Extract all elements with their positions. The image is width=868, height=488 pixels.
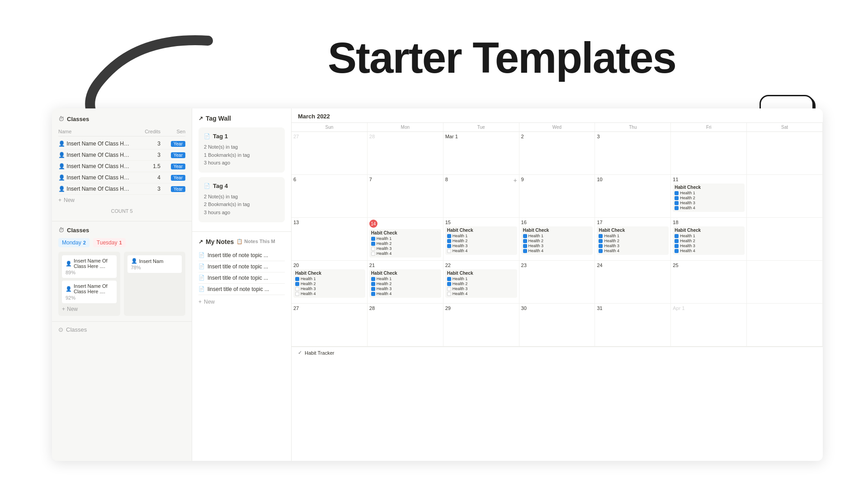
cal-cell[interactable]: 9 xyxy=(519,175,595,218)
cal-cell[interactable]: 11 Habit Check Health 1 Health 2 Health … xyxy=(671,175,747,218)
row3-sem: Year xyxy=(171,164,185,169)
check-icon xyxy=(295,282,299,286)
today-badge: 14 xyxy=(369,220,377,228)
habit-label: Health 3 xyxy=(377,286,392,291)
monday-new-button[interactable]: + New xyxy=(62,306,117,312)
note1-text: Insert title of note topic ... xyxy=(208,252,268,258)
day-num: 13 xyxy=(293,220,365,225)
cal-cell[interactable]: 17 Habit Check Health 1 Health 2 Health … xyxy=(595,218,671,261)
table-row: 👤Insert Name Of Class Here .... 4 Year xyxy=(58,172,185,183)
habit-label: Health 4 xyxy=(377,291,392,296)
notes-new-button[interactable]: + New xyxy=(198,299,285,305)
left-panel: ⏱ Classes Name Credits Sen 👤Insert Name … xyxy=(52,108,192,461)
habit-title: Habit Check xyxy=(447,228,515,233)
habit-label: Health 3 xyxy=(528,244,544,248)
row5-name: Insert Name Of Class Here .... xyxy=(66,186,131,192)
day-num: 16 xyxy=(521,220,593,225)
check-icon xyxy=(371,237,375,241)
cal-cell[interactable]: 10 xyxy=(595,175,671,218)
habit-label: Health 4 xyxy=(377,251,392,256)
habit-label: Health 3 xyxy=(680,201,695,205)
cal-cell[interactable]: 30 xyxy=(519,304,595,347)
check-icon xyxy=(675,206,679,210)
habit-block: Habit Check Health 1 Health 2 Health 3 H… xyxy=(293,269,365,298)
cal-cell[interactable]: 13 xyxy=(292,218,368,261)
cal-cell[interactable]: 3 xyxy=(595,132,671,175)
cal-cell[interactable]: 31 xyxy=(595,304,671,347)
habit-label: Health 2 xyxy=(528,239,544,243)
day-num: 15 xyxy=(445,220,517,225)
cal-cell[interactable]: 16 Habit Check Health 1 Health 2 Health … xyxy=(519,218,595,261)
habit-item: Health 3 xyxy=(295,286,363,291)
tuesday-item1-name: Insert Nam xyxy=(139,258,164,264)
check-icon xyxy=(599,239,603,243)
cal-cell[interactable]: 21 Habit Check Health 1 Health 2 Health … xyxy=(368,261,443,304)
habit-label: Health 4 xyxy=(301,291,316,296)
habit-label: Health 3 xyxy=(377,246,392,251)
day-num: 25 xyxy=(673,263,745,268)
add-icon[interactable]: + xyxy=(513,177,517,184)
count-row: COUNT 5 xyxy=(58,206,185,216)
cal-cell[interactable] xyxy=(747,218,823,261)
habit-label: Health 3 xyxy=(453,286,468,291)
habit-label: Health 1 xyxy=(528,234,544,238)
cal-cell[interactable]: 27 xyxy=(292,304,368,347)
tag-wall-section: ↗ Tag Wall 📄 Tag 1 2 Note(s) in tag 1 Bo… xyxy=(192,108,291,232)
cal-cell[interactable]: 7 xyxy=(368,175,443,218)
tag1-info: 2 Note(s) in tag 1 Bookmark(s) in tag 3 … xyxy=(204,143,279,167)
cal-cell[interactable] xyxy=(747,175,823,218)
tuesday-tab[interactable]: Tuesday 1 xyxy=(93,238,126,247)
monday-tab[interactable]: Monday 2 xyxy=(58,238,90,247)
cal-cell[interactable]: 14 Habit Check Health 1 Health 2 Health … xyxy=(368,218,443,261)
note-icon: 📄 xyxy=(198,252,205,258)
cal-cell[interactable]: Apr 1 xyxy=(671,304,747,347)
cal-cell[interactable]: 20 Habit Check Health 1 Health 2 Health … xyxy=(292,261,368,304)
tag2-notes: 2 Note(s) in tag xyxy=(204,193,279,201)
cal-cell[interactable] xyxy=(747,132,823,175)
doc-icon: 📄 xyxy=(204,183,210,189)
habit-item: Health 1 xyxy=(675,234,743,238)
habit-item: Health 1 xyxy=(371,236,439,241)
new-row-button[interactable]: + New xyxy=(58,195,185,206)
cal-cell[interactable]: 18 Habit Check Health 1 Health 2 Health … xyxy=(671,218,747,261)
arrow-icon: ↗ xyxy=(198,239,203,245)
cal-day-tue: Tue xyxy=(443,123,519,132)
cal-cell[interactable]: 29 xyxy=(443,304,519,347)
cal-cell[interactable]: 27 xyxy=(292,132,368,175)
cal-cell[interactable] xyxy=(671,132,747,175)
cal-cell[interactable]: 6 xyxy=(292,175,368,218)
cal-cell[interactable] xyxy=(747,261,823,304)
habit-title: Habit Check xyxy=(599,228,667,233)
cal-cell[interactable]: 8 + xyxy=(443,175,519,218)
cal-cell[interactable]: 2 xyxy=(519,132,595,175)
habit-item: Health 4 xyxy=(295,291,363,296)
note-item-1: 📄 Insert title of note topic ... xyxy=(198,250,285,261)
check-icon xyxy=(675,191,679,195)
habit-label: Health 4 xyxy=(453,249,468,253)
habit-item: Health 4 xyxy=(447,291,515,296)
cal-cell[interactable]: 24 xyxy=(595,261,671,304)
day-num: 7 xyxy=(369,177,441,182)
cal-cell[interactable]: 23 xyxy=(519,261,595,304)
monday-item-2: 👤 Insert Name Of Class Here .... 92% xyxy=(62,281,117,303)
habit-label: Health 1 xyxy=(680,191,695,195)
cal-cell[interactable]: 25 xyxy=(671,261,747,304)
habit-label: Health 2 xyxy=(377,241,392,246)
cal-cell[interactable]: 28 xyxy=(368,132,443,175)
monday-item1-pct: 89% xyxy=(66,270,113,275)
cal-cell[interactable] xyxy=(747,304,823,347)
table-row: 👤Insert Name Of Class Here .... 3 Year xyxy=(58,183,185,195)
group-columns: 👤 Insert Name Of Class Here .... 89% 👤 I… xyxy=(58,252,185,316)
row5-sem: Year xyxy=(171,186,185,192)
cal-day-fri: Fri xyxy=(671,123,747,132)
check-icon xyxy=(523,239,527,243)
monday-item-1: 👤 Insert Name Of Class Here .... 89% xyxy=(62,255,117,278)
middle-panel: ↗ Tag Wall 📄 Tag 1 2 Note(s) in tag 1 Bo… xyxy=(192,108,292,461)
cal-cell[interactable]: 15 Habit Check Health 1 Health 2 Health … xyxy=(443,218,519,261)
check-icon xyxy=(675,196,679,200)
cal-cell[interactable]: 28 xyxy=(368,304,443,347)
check-icon xyxy=(447,234,451,238)
cal-cell[interactable]: 22 Habit Check Health 1 Health 2 Health … xyxy=(443,261,519,304)
table-header: Name Credits Sen xyxy=(58,127,185,136)
cal-cell[interactable]: Mar 1 xyxy=(443,132,519,175)
